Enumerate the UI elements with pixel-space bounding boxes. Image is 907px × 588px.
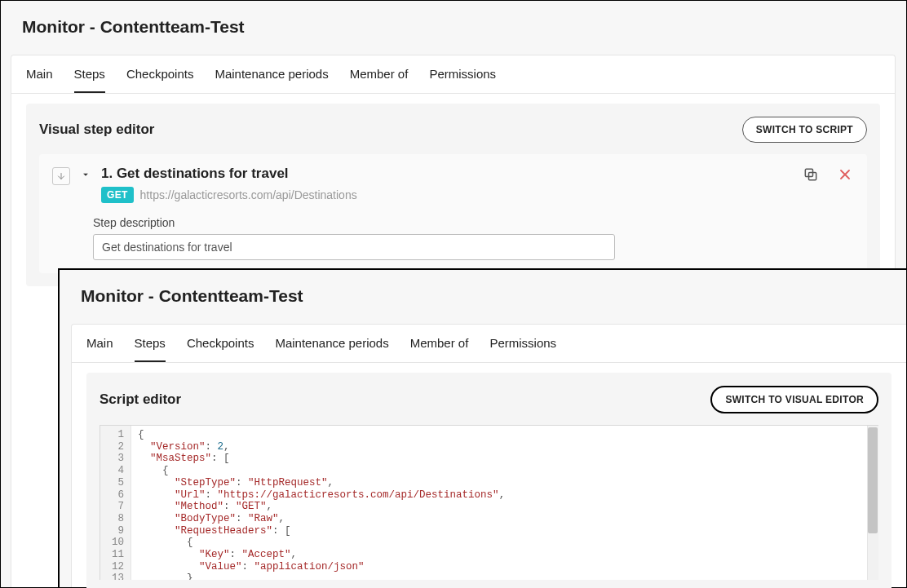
front-tab-steps[interactable]: Steps — [135, 325, 166, 362]
code-gutter: 1 2 3 4 5 6 7 8 9 10 11 12 13 14 — [100, 426, 131, 580]
delete-icon[interactable] — [836, 166, 854, 183]
front-tab-member-of[interactable]: Member of — [410, 325, 469, 362]
front-tab-main[interactable]: Main — [86, 325, 113, 362]
step-url: https://galacticresorts.com/api/Destinat… — [140, 188, 357, 201]
tab-steps[interactable]: Steps — [74, 55, 105, 93]
tab-maintenance-periods[interactable]: Maintenance periods — [215, 55, 328, 93]
scrollbar-thumb[interactable] — [868, 427, 878, 533]
front-tab-checkpoints[interactable]: Checkpoints — [187, 325, 254, 362]
script-editor-block: Script editor SWITCH TO VISUAL EDITOR 1 … — [86, 373, 892, 588]
code-editor[interactable]: 1 2 3 4 5 6 7 8 9 10 11 12 13 14 — [100, 425, 878, 580]
tabs-front: Main Steps Checkpoints Maintenance perio… — [72, 325, 906, 363]
reorder-handle-icon[interactable] — [52, 167, 70, 185]
tab-main[interactable]: Main — [26, 55, 53, 93]
step-card: 1. Get destinations for travel GET https… — [39, 154, 867, 273]
front-tab-permissions[interactable]: Permissions — [489, 325, 556, 362]
panel-script-editor: Monitor - Contentteam-Test Main Steps Ch… — [58, 268, 906, 587]
http-method-badge: GET — [101, 187, 134, 203]
tab-checkpoints[interactable]: Checkpoints — [126, 55, 194, 93]
scrollbar[interactable] — [867, 426, 878, 580]
switch-to-script-button[interactable]: SWITCH TO SCRIPT — [742, 117, 867, 143]
switch-to-visual-editor-button[interactable]: SWITCH TO VISUAL EDITOR — [710, 386, 878, 413]
step-description-input[interactable] — [93, 234, 615, 260]
step-description-label: Step description — [93, 216, 854, 229]
tabs-back: Main Steps Checkpoints Maintenance perio… — [11, 55, 895, 94]
visual-editor-block: Visual step editor SWITCH TO SCRIPT 1. G… — [26, 104, 880, 286]
collapse-toggle-icon[interactable] — [78, 169, 93, 180]
step-title: 1. Get destinations for travel — [101, 166, 794, 182]
tab-member-of[interactable]: Member of — [350, 55, 409, 93]
front-page-title: Monitor - Contentteam-Test — [60, 270, 906, 321]
script-editor-title: Script editor — [100, 391, 181, 408]
tab-permissions[interactable]: Permissions — [429, 55, 496, 93]
visual-editor-title: Visual step editor — [39, 122, 154, 138]
duplicate-icon[interactable] — [802, 166, 820, 183]
page-title: Monitor - Contentteam-Test — [1, 1, 906, 51]
front-tab-maintenance-periods[interactable]: Maintenance periods — [275, 325, 388, 362]
code-content[interactable]: { "Version": 2, "MsaSteps": [ { "StepTyp… — [131, 426, 511, 580]
